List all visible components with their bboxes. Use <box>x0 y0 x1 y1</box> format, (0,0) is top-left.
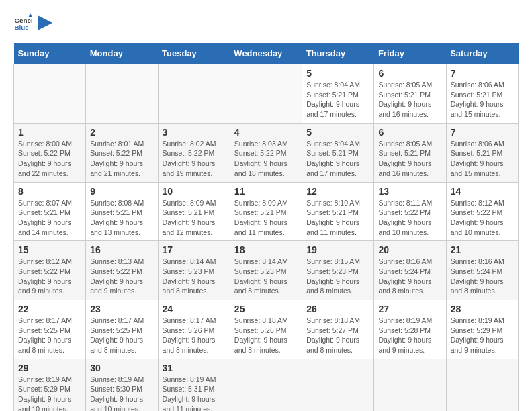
day-info: Sunrise: 8:17 AMSunset: 5:26 PMDaylight:… <box>163 316 226 355</box>
day-info: Sunrise: 8:09 AMSunset: 5:21 PMDaylight:… <box>234 198 298 238</box>
day-info: Sunrise: 8:17 AMSunset: 5:25 PMDaylight:… <box>90 316 153 355</box>
logo: General Blue <box>13 13 52 32</box>
calendar-header-row: SundayMondayTuesdayWednesdayThursdayFrid… <box>14 43 519 64</box>
calendar-cell: 7 Sunrise: 8:06 AMSunset: 5:21 PMDayligh… <box>446 64 518 124</box>
day-number: 24 <box>163 304 226 314</box>
day-info: Sunrise: 8:18 AMSunset: 5:27 PMDaylight:… <box>306 316 369 355</box>
page-header: General Blue <box>13 13 519 32</box>
calendar-cell: 15 Sunrise: 8:12 AMSunset: 5:22 PMDaylig… <box>14 241 86 300</box>
day-info: Sunrise: 8:14 AMSunset: 5:23 PMDaylight:… <box>234 257 298 296</box>
day-number: 1 <box>18 127 81 138</box>
day-info: Sunrise: 8:02 AMSunset: 5:22 PMDaylight:… <box>163 139 226 179</box>
day-info: Sunrise: 8:07 AMSunset: 5:21 PMDaylight:… <box>18 198 81 238</box>
calendar-cell: 4 Sunrise: 8:03 AMSunset: 5:22 PMDayligh… <box>230 123 302 182</box>
day-number: 22 <box>18 304 81 314</box>
day-number: 28 <box>451 304 514 314</box>
day-info: Sunrise: 8:15 AMSunset: 5:23 PMDaylight:… <box>306 257 369 296</box>
day-number: 5 <box>306 127 369 138</box>
day-info: Sunrise: 8:05 AMSunset: 5:21 PMDaylight:… <box>378 139 441 179</box>
calendar-cell: 8 Sunrise: 8:07 AMSunset: 5:21 PMDayligh… <box>14 182 86 241</box>
calendar-week-2: 8 Sunrise: 8:07 AMSunset: 5:21 PMDayligh… <box>14 182 519 241</box>
calendar-cell <box>14 64 86 124</box>
day-number: 31 <box>163 363 226 373</box>
day-number: 11 <box>234 186 298 197</box>
calendar-cell: 12 Sunrise: 8:10 AMSunset: 5:21 PMDaylig… <box>302 182 374 241</box>
calendar-cell: 17 Sunrise: 8:14 AMSunset: 5:23 PMDaylig… <box>158 241 230 300</box>
svg-text:Blue: Blue <box>14 24 29 31</box>
calendar-cell: 9 Sunrise: 8:08 AMSunset: 5:21 PMDayligh… <box>86 182 158 241</box>
header-saturday: Saturday <box>446 43 518 64</box>
calendar-cell: 25 Sunrise: 8:18 AMSunset: 5:26 PMDaylig… <box>230 300 302 359</box>
day-info: Sunrise: 8:19 AMSunset: 5:31 PMDaylight:… <box>163 375 226 411</box>
calendar-cell: 28 Sunrise: 8:19 AMSunset: 5:29 PMDaylig… <box>446 300 518 359</box>
calendar-cell: 27 Sunrise: 8:19 AMSunset: 5:28 PMDaylig… <box>374 300 446 359</box>
calendar-cell: 2 Sunrise: 8:01 AMSunset: 5:22 PMDayligh… <box>86 123 158 182</box>
calendar-cell: 24 Sunrise: 8:17 AMSunset: 5:26 PMDaylig… <box>158 300 230 359</box>
day-info: Sunrise: 8:17 AMSunset: 5:25 PMDaylight:… <box>18 316 81 355</box>
calendar-cell: 1 Sunrise: 8:00 AMSunset: 5:22 PMDayligh… <box>14 123 86 182</box>
day-info: Sunrise: 8:01 AMSunset: 5:22 PMDaylight:… <box>90 139 153 179</box>
calendar-cell: 19 Sunrise: 8:15 AMSunset: 5:23 PMDaylig… <box>302 241 374 300</box>
calendar-cell: 30 Sunrise: 8:19 AMSunset: 5:30 PMDaylig… <box>86 359 158 411</box>
day-number: 7 <box>451 68 514 79</box>
calendar-cell: 16 Sunrise: 8:13 AMSunset: 5:22 PMDaylig… <box>86 241 158 300</box>
day-info: Sunrise: 8:18 AMSunset: 5:26 PMDaylight:… <box>234 316 298 355</box>
day-number: 23 <box>90 304 153 314</box>
calendar-cell: 26 Sunrise: 8:18 AMSunset: 5:27 PMDaylig… <box>302 300 374 359</box>
day-info: Sunrise: 8:00 AMSunset: 5:22 PMDaylight:… <box>18 139 81 179</box>
calendar-cell <box>230 64 302 124</box>
day-number: 12 <box>306 186 369 197</box>
day-number: 27 <box>378 304 441 314</box>
day-info: Sunrise: 8:19 AMSunset: 5:28 PMDaylight:… <box>378 316 441 355</box>
day-info: Sunrise: 8:05 AMSunset: 5:21 PMDaylight:… <box>378 80 441 120</box>
calendar-cell: 20 Sunrise: 8:16 AMSunset: 5:24 PMDaylig… <box>374 241 446 300</box>
day-info: Sunrise: 8:12 AMSunset: 5:22 PMDaylight:… <box>451 198 514 238</box>
calendar-cell: 6 Sunrise: 8:05 AMSunset: 5:21 PMDayligh… <box>374 64 446 124</box>
day-number: 2 <box>90 127 153 138</box>
day-info: Sunrise: 8:08 AMSunset: 5:21 PMDaylight:… <box>90 198 153 238</box>
calendar-week-0: 5 Sunrise: 8:04 AMSunset: 5:21 PMDayligh… <box>14 64 519 124</box>
day-number: 10 <box>163 186 226 197</box>
calendar-cell: 23 Sunrise: 8:17 AMSunset: 5:25 PMDaylig… <box>86 300 158 359</box>
day-info: Sunrise: 8:04 AMSunset: 5:21 PMDaylight:… <box>306 80 369 120</box>
day-info: Sunrise: 8:12 AMSunset: 5:22 PMDaylight:… <box>18 257 81 296</box>
calendar-week-5: 29 Sunrise: 8:19 AMSunset: 5:29 PMDaylig… <box>14 359 519 411</box>
day-number: 14 <box>451 186 514 197</box>
calendar-cell <box>446 359 518 411</box>
day-number: 3 <box>163 127 226 138</box>
day-number: 17 <box>163 244 226 255</box>
day-number: 6 <box>378 127 441 138</box>
day-info: Sunrise: 8:13 AMSunset: 5:22 PMDaylight:… <box>90 257 153 296</box>
calendar-cell: 5 Sunrise: 8:04 AMSunset: 5:21 PMDayligh… <box>302 64 374 124</box>
svg-marker-3 <box>38 15 52 30</box>
day-number: 26 <box>306 304 369 314</box>
calendar-cell: 22 Sunrise: 8:17 AMSunset: 5:25 PMDaylig… <box>14 300 86 359</box>
day-info: Sunrise: 8:06 AMSunset: 5:21 PMDaylight:… <box>451 80 514 120</box>
day-number: 19 <box>306 244 369 255</box>
calendar-cell: 6 Sunrise: 8:05 AMSunset: 5:21 PMDayligh… <box>374 123 446 182</box>
header-monday: Monday <box>86 43 158 64</box>
day-number: 15 <box>18 244 81 255</box>
day-info: Sunrise: 8:04 AMSunset: 5:21 PMDaylight:… <box>306 139 369 179</box>
day-number: 6 <box>378 68 441 79</box>
day-info: Sunrise: 8:16 AMSunset: 5:24 PMDaylight:… <box>451 257 514 296</box>
calendar-cell: 3 Sunrise: 8:02 AMSunset: 5:22 PMDayligh… <box>158 123 230 182</box>
calendar-week-1: 1 Sunrise: 8:00 AMSunset: 5:22 PMDayligh… <box>14 123 519 182</box>
calendar-week-4: 22 Sunrise: 8:17 AMSunset: 5:25 PMDaylig… <box>14 300 519 359</box>
day-number: 5 <box>306 68 369 79</box>
day-info: Sunrise: 8:10 AMSunset: 5:21 PMDaylight:… <box>306 198 369 238</box>
header-sunday: Sunday <box>14 43 86 64</box>
day-info: Sunrise: 8:06 AMSunset: 5:21 PMDaylight:… <box>451 139 514 179</box>
calendar-cell: 10 Sunrise: 8:09 AMSunset: 5:21 PMDaylig… <box>158 182 230 241</box>
calendar-cell: 7 Sunrise: 8:06 AMSunset: 5:21 PMDayligh… <box>446 123 518 182</box>
header-friday: Friday <box>374 43 446 64</box>
calendar-table: SundayMondayTuesdayWednesdayThursdayFrid… <box>13 43 519 411</box>
day-info: Sunrise: 8:19 AMSunset: 5:30 PMDaylight:… <box>90 375 153 411</box>
calendar-cell: 14 Sunrise: 8:12 AMSunset: 5:22 PMDaylig… <box>446 182 518 241</box>
day-info: Sunrise: 8:19 AMSunset: 5:29 PMDaylight:… <box>18 375 81 411</box>
calendar-cell <box>230 359 302 411</box>
header-thursday: Thursday <box>302 43 374 64</box>
day-info: Sunrise: 8:14 AMSunset: 5:23 PMDaylight:… <box>163 257 226 296</box>
calendar-week-3: 15 Sunrise: 8:12 AMSunset: 5:22 PMDaylig… <box>14 241 519 300</box>
calendar-cell: 11 Sunrise: 8:09 AMSunset: 5:21 PMDaylig… <box>230 182 302 241</box>
